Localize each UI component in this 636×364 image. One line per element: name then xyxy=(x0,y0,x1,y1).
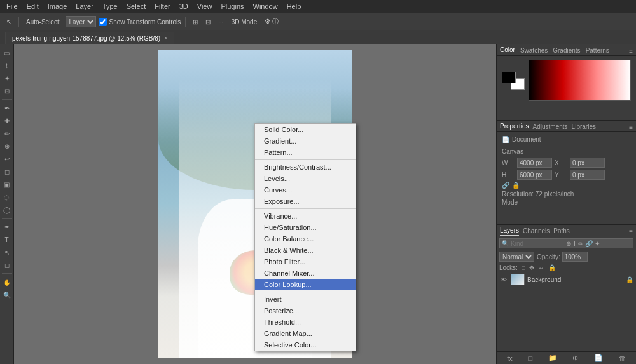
auto-select-label: Auto-Select: xyxy=(24,17,63,27)
ctx-item-solid-color---[interactable]: Solid Color... xyxy=(255,124,356,135)
menu-edit[interactable]: Edit xyxy=(23,1,43,11)
left-toolbar: ▭ ⌇ ✦ ⊡ ✒ ✚ ✏ ⊕ ↩ ◻ ▣ ◌ ◯ ✒ T ↖ ◻ ✋ 🔍 xyxy=(0,44,14,364)
show-transform-checkbox[interactable] xyxy=(99,18,107,26)
ctx-item-photo-filter---[interactable]: Photo Filter... xyxy=(255,256,356,267)
menu-image[interactable]: Image xyxy=(44,1,71,11)
delete-layer-button[interactable]: 🗑 xyxy=(619,354,626,362)
tool-gradient[interactable]: ▣ xyxy=(1,179,13,190)
menu-view[interactable]: View xyxy=(193,1,216,11)
tool-hand[interactable]: ✋ xyxy=(1,276,13,288)
menu-help[interactable]: Help xyxy=(283,1,305,11)
fg-color-box[interactable] xyxy=(502,72,516,83)
tab-channels[interactable]: Channels xyxy=(523,227,550,236)
y-input[interactable] xyxy=(570,170,605,180)
tab-color[interactable]: Color xyxy=(500,46,515,55)
tool-move[interactable]: ↖ xyxy=(4,17,14,27)
tool-quick-select[interactable]: ✦ xyxy=(1,72,13,84)
ctx-item-gradient-map---[interactable]: Gradient Map... xyxy=(255,328,356,339)
ctx-item-exposure---[interactable]: Exposure... xyxy=(255,196,356,207)
tool-history-brush[interactable]: ↩ xyxy=(1,153,13,165)
ctx-item-invert[interactable]: Invert xyxy=(255,293,356,305)
ctx-item-gradient---[interactable]: Gradient... xyxy=(255,135,356,147)
add-mask-button[interactable]: □ xyxy=(529,354,533,362)
menu-select[interactable]: Select xyxy=(123,1,150,11)
props-canvas-title[interactable]: Canvas xyxy=(502,148,631,155)
ctx-item-color-balance---[interactable]: Color Balance... xyxy=(255,233,356,245)
toolbar-extra3[interactable]: ··· xyxy=(216,17,226,27)
tool-heal[interactable]: ✚ xyxy=(1,115,13,126)
ctx-item-black---white---[interactable]: Black & White... xyxy=(255,245,356,256)
ctx-item-selective-color---[interactable]: Selective Color... xyxy=(255,339,356,351)
tool-shape[interactable]: ◻ xyxy=(1,259,13,271)
ctx-item-hue-saturation---[interactable]: Hue/Saturation... xyxy=(255,222,356,233)
tool-lasso[interactable]: ⌇ xyxy=(1,60,13,71)
tab-close-btn[interactable]: × xyxy=(164,35,167,41)
tool-dodge[interactable]: ◯ xyxy=(1,204,13,215)
tool-zoom[interactable]: 🔍 xyxy=(1,289,13,300)
add-fx-button[interactable]: fx xyxy=(507,354,513,362)
tab-paths[interactable]: Paths xyxy=(553,227,570,236)
opacity-input[interactable] xyxy=(562,252,588,262)
menu-type[interactable]: Type xyxy=(99,1,121,11)
ctx-item-curves---[interactable]: Curves... xyxy=(255,184,356,196)
ctx-item-levels---[interactable]: Levels... xyxy=(255,173,356,184)
lock-transparent-icon[interactable]: □ xyxy=(522,264,525,271)
toolbar-extra1[interactable]: ⊞ xyxy=(190,17,200,27)
tool-eraser[interactable]: ◻ xyxy=(1,166,13,177)
lock-all-icon[interactable]: 🔒 xyxy=(548,264,556,271)
width-input[interactable] xyxy=(517,158,552,168)
tool-blur[interactable]: ◌ xyxy=(1,191,13,203)
active-tab[interactable]: pexels-trung-nguyen-1578877.jpg @ 12.5% … xyxy=(5,32,174,44)
tool-pen[interactable]: ✒ xyxy=(1,221,13,233)
menu-3d[interactable]: 3D xyxy=(176,1,192,11)
opacity-label: Opacity: xyxy=(537,253,560,260)
menu-file[interactable]: File xyxy=(3,1,22,11)
tool-brush[interactable]: ✏ xyxy=(1,128,13,139)
tab-gradients[interactable]: Gradients xyxy=(553,47,580,55)
menu-layer[interactable]: Layer xyxy=(72,1,97,11)
toolbar-extra2[interactable]: ⊡ xyxy=(203,17,213,27)
layers-panel-menu[interactable]: ≡ xyxy=(629,228,633,235)
ctx-item-threshold---[interactable]: Threshold... xyxy=(255,316,356,328)
lock-position-icon[interactable]: ↔ xyxy=(538,264,544,271)
tab-adjustments[interactable]: Adjustments xyxy=(533,123,568,131)
tool-path-select[interactable]: ↖ xyxy=(1,246,13,258)
tab-libraries[interactable]: Libraries xyxy=(572,123,596,131)
new-layer-button[interactable]: 📄 xyxy=(594,354,603,362)
ctx-item-vibrance---[interactable]: Vibrance... xyxy=(255,210,356,222)
create-group-button[interactable]: 📁 xyxy=(548,354,557,362)
ctx-item-brightness-contrast---[interactable]: Brightness/Contrast... xyxy=(255,161,356,173)
menu-window[interactable]: Window xyxy=(249,1,282,11)
menu-filter[interactable]: Filter xyxy=(151,1,174,11)
ctx-item-posterize---[interactable]: Posterize... xyxy=(255,305,356,316)
tab-swatches[interactable]: Swatches xyxy=(520,47,548,55)
color-gradient-bar[interactable] xyxy=(529,60,631,101)
auto-select-dropdown[interactable]: Layer xyxy=(66,16,96,27)
x-input[interactable] xyxy=(570,158,605,168)
ctx-item-channel-mixer---[interactable]: Channel Mixer... xyxy=(255,267,356,279)
props-document-title[interactable]: 📄 Document xyxy=(502,136,631,143)
tool-eyedropper[interactable]: ✒ xyxy=(1,102,13,114)
tab-properties[interactable]: Properties xyxy=(500,123,529,131)
blend-mode-select[interactable]: Normal xyxy=(499,252,534,262)
tool-marquee[interactable]: ▭ xyxy=(1,47,13,58)
layer-visibility-toggle[interactable]: 👁 xyxy=(499,275,508,284)
menu-plugins[interactable]: Plugins xyxy=(217,1,247,11)
props-panel-menu[interactable]: ≡ xyxy=(629,124,633,131)
color-panel-menu[interactable]: ≡ xyxy=(629,48,633,55)
lock-pixels-icon[interactable]: ✥ xyxy=(529,264,534,271)
ctx-item-pattern---[interactable]: Pattern... xyxy=(255,147,356,158)
tab-layers[interactable]: Layers xyxy=(500,227,519,236)
tool-crop[interactable]: ⊡ xyxy=(1,85,13,97)
ctx-item-color-lookup---[interactable]: Color Lookup... xyxy=(255,279,356,290)
height-input[interactable] xyxy=(517,170,552,180)
new-adjustment-button[interactable]: ⊕ xyxy=(572,354,578,362)
fg-bg-color[interactable] xyxy=(502,72,525,90)
tool-stamp[interactable]: ⊕ xyxy=(1,140,13,152)
tool-text[interactable]: T xyxy=(1,234,13,245)
y-label: Y xyxy=(555,172,567,179)
layer-background-row[interactable]: 👁 Background 🔒 xyxy=(497,273,636,286)
tab-filename: pexels-trung-nguyen-1578877.jpg @ 12.5% … xyxy=(12,35,160,42)
tab-patterns[interactable]: Patterns xyxy=(586,47,609,55)
layers-search-input[interactable] xyxy=(511,240,562,247)
